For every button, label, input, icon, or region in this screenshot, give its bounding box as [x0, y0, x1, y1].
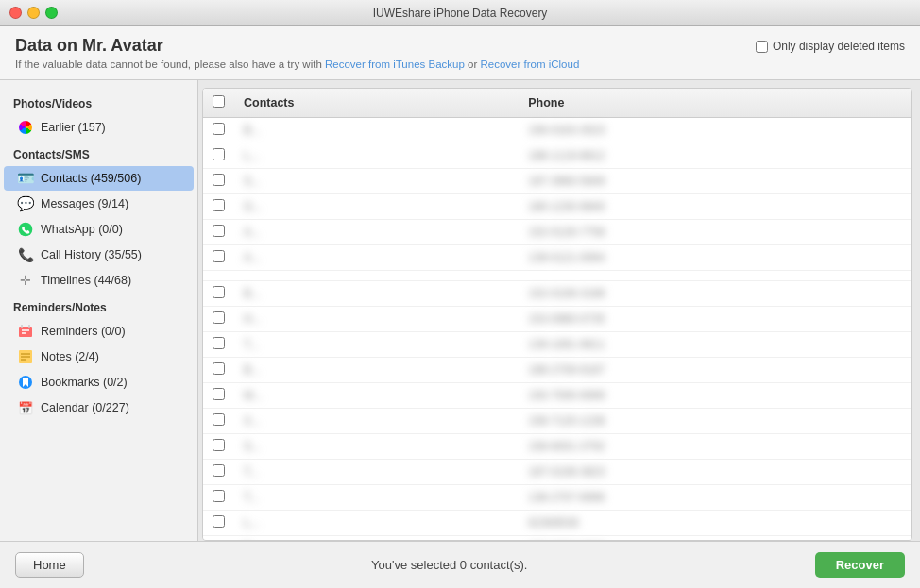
sidebar-item-label: Calendar (0/227)	[41, 401, 129, 414]
sidebar-section-contacts: Contacts/SMS	[0, 141, 197, 165]
row-checkbox[interactable]	[213, 286, 225, 298]
row-checkbox[interactable]	[213, 490, 225, 502]
table-row: L...62369536	[203, 511, 911, 536]
recover-button[interactable]: Recover	[815, 552, 905, 578]
row-checkbox[interactable]	[213, 439, 225, 451]
whatsapp-icon	[17, 221, 34, 238]
phone-icon: 📞	[17, 246, 34, 263]
main-content: Photos/Videos Earlier (157) Contacts/SMS…	[0, 80, 920, 541]
sidebar: Photos/Videos Earlier (157) Contacts/SMS…	[0, 80, 198, 541]
sidebar-section-notes: Reminders/Notes	[0, 294, 197, 318]
row-checkbox[interactable]	[213, 148, 225, 160]
row-checkbox[interactable]	[213, 225, 225, 237]
table-row: A...139-0121-0064	[203, 245, 911, 271]
contact-phone: 139-1081-9811	[519, 332, 911, 358]
photos-icon	[17, 119, 34, 136]
table-row: T...138-2707-8996	[203, 485, 911, 511]
sidebar-item-calendar[interactable]: 📅 Calendar (0/227)	[4, 395, 194, 420]
title-bar: IUWEshare iPhone Data Recovery	[0, 0, 920, 26]
contact-phone: 180-1230-9840	[519, 194, 911, 220]
contact-phone: 139-0121-0064	[519, 245, 911, 271]
close-button[interactable]	[9, 7, 22, 19]
sidebar-item-label: Bookmarks (0/2)	[41, 376, 128, 389]
row-checkbox[interactable]	[213, 199, 225, 211]
contact-name: B...	[234, 358, 519, 383]
select-all-checkbox[interactable]	[213, 95, 225, 108]
contact-name: S...	[234, 169, 519, 194]
display-deleted-checkbox[interactable]	[756, 41, 768, 53]
contact-name: S...	[234, 434, 519, 460]
contact-name: A...	[234, 245, 519, 271]
table-row: T...139-1081-9811	[203, 332, 911, 358]
home-button[interactable]: Home	[15, 552, 84, 578]
window-controls[interactable]	[9, 7, 58, 19]
maximize-button[interactable]	[45, 7, 58, 19]
contact-phone: 188-1119-8812	[519, 143, 911, 169]
table-row: B...152-0108-3188	[203, 281, 911, 307]
sidebar-item-notes[interactable]: Notes (2/4)	[4, 344, 194, 369]
contact-name: X...	[234, 409, 519, 434]
contact-name: L...	[234, 511, 519, 536]
display-deleted-label: Only display deleted items	[756, 40, 905, 53]
sidebar-item-label: Call History (35/55)	[41, 248, 142, 261]
footer-status: You've selected 0 contact(s).	[371, 558, 527, 572]
contact-phone: 153-0980-0735	[519, 307, 911, 332]
contact-name: B...	[234, 281, 519, 307]
itunes-backup-link[interactable]: Recover from iTunes Backup	[325, 59, 465, 70]
contact-phone: 187-3960-5849	[519, 169, 911, 194]
contact-phone: 158-7120-1238	[519, 409, 911, 434]
sidebar-item-contacts[interactable]: 🪪 Contacts (459/506)	[4, 166, 194, 191]
minimize-button[interactable]	[27, 7, 40, 19]
contact-name: T...	[234, 460, 519, 485]
row-checkbox[interactable]	[213, 388, 225, 400]
calendar-icon: 📅	[17, 399, 34, 416]
sidebar-item-label: Contacts (459/506)	[41, 172, 141, 185]
header-subtitle: If the valuable data cannot be found, pl…	[15, 59, 579, 70]
table-row: H...153-0980-0735	[203, 307, 911, 332]
contact-phone: 156-0163-3523	[519, 118, 911, 143]
page-title: Data on Mr. Avatar	[15, 36, 579, 56]
row-checkbox[interactable]	[213, 362, 225, 375]
row-checkbox[interactable]	[213, 174, 225, 186]
row-checkbox[interactable]	[213, 250, 225, 262]
contacts-table: Contacts Phone B...156-0163-3523L...188-…	[203, 89, 911, 541]
contact-name: H...	[234, 307, 519, 332]
contacts-table-container[interactable]: Contacts Phone B...156-0163-3523L...188-…	[202, 88, 912, 541]
header-options: Only display deleted items	[756, 40, 905, 53]
sidebar-item-reminders[interactable]: Reminders (0/0)	[4, 319, 194, 344]
table-row: M...150-7006-9089	[203, 383, 911, 409]
sidebar-item-bookmarks[interactable]: Bookmarks (0/2)	[4, 370, 194, 395]
timelines-icon: ✛	[17, 272, 34, 289]
row-checkbox[interactable]	[213, 311, 225, 324]
row-checkbox[interactable]	[213, 123, 225, 135]
table-row: S...187-3960-5849	[203, 169, 911, 194]
row-checkbox[interactable]	[213, 464, 225, 477]
sidebar-item-whatsapp[interactable]: WhatsApp (0/0)	[4, 217, 194, 242]
table-row: A...152-0126-7758	[203, 220, 911, 245]
contact-phone	[519, 271, 911, 281]
row-checkbox[interactable]	[213, 515, 225, 528]
row-checkbox[interactable]	[213, 413, 225, 426]
table-row: X...158-7120-1238	[203, 409, 911, 434]
col-checkbox[interactable]	[203, 89, 234, 118]
contact-name: L...	[234, 143, 519, 169]
sidebar-item-callhistory[interactable]: 📞 Call History (35/55)	[4, 243, 194, 267]
sidebar-item-earlier[interactable]: Earlier (157)	[4, 115, 194, 140]
table-row: B...156-0163-3523	[203, 118, 911, 143]
header-info: Data on Mr. Avatar If the valuable data …	[15, 36, 579, 70]
icloud-link[interactable]: Recover from iCloud	[480, 59, 579, 70]
table-row	[203, 271, 911, 281]
table-row: S...158-6001-3792	[203, 434, 911, 460]
sidebar-item-label: WhatsApp (0/0)	[41, 223, 123, 236]
sidebar-item-messages[interactable]: 💬 Messages (9/14)	[4, 192, 194, 216]
row-checkbox[interactable]	[213, 337, 225, 349]
sidebar-item-label: Reminders (0/0)	[41, 325, 126, 338]
contact-name: T...	[234, 332, 519, 358]
contact-name: G...	[234, 194, 519, 220]
table-row: B...188-2709-9187	[203, 358, 911, 383]
contact-name	[234, 271, 519, 281]
sidebar-item-timelines[interactable]: ✛ Timelines (44/68)	[4, 268, 194, 293]
sidebar-item-label: Notes (2/4)	[41, 350, 99, 363]
svg-rect-1	[19, 327, 32, 337]
window-title: IUWEshare iPhone Data Recovery	[373, 7, 548, 20]
